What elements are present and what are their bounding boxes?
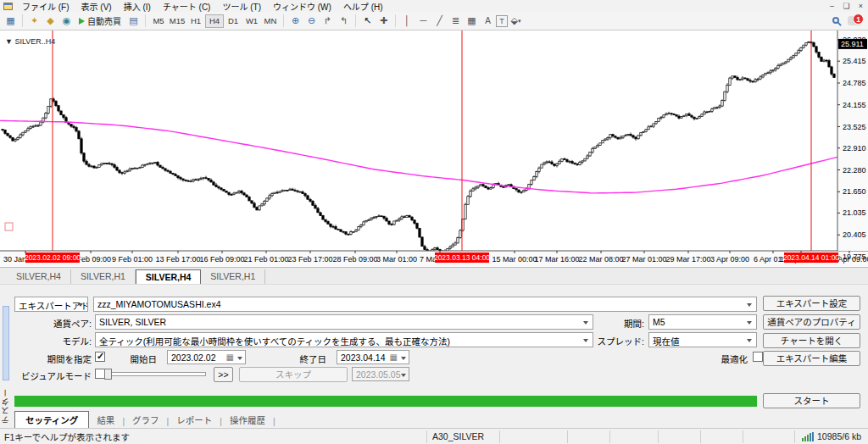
time-axis-label: 9 Feb 01:00: [112, 255, 153, 264]
trendline-button[interactable]: ╱: [431, 14, 448, 29]
timeframe-d1-button[interactable]: D1: [224, 14, 242, 28]
price-axis-label: 21.035: [843, 208, 866, 217]
time-axis-label: 3 Mar 01:00: [376, 255, 417, 264]
new-order-button[interactable]: ▤: [125, 14, 142, 29]
tab-journal[interactable]: 操作履歴: [222, 412, 273, 428]
model-combo[interactable]: 全ティック(利用可能な最小時間枠を使いすべてのティックを生成する、最も正確な方法…: [95, 332, 593, 347]
horizontal-line-button[interactable]: ─: [415, 14, 431, 29]
optimization-checkbox[interactable]: [753, 352, 763, 362]
tab-report[interactable]: レポート: [169, 412, 220, 428]
zoom-out-icon: ⊖: [308, 16, 315, 25]
menu-file[interactable]: ファイル (F): [16, 0, 75, 13]
fibonacci-button[interactable]: ≣: [448, 14, 464, 29]
app-icon: [3, 3, 13, 10]
chart-shift-button[interactable]: ↰: [336, 14, 352, 29]
expert-file-value: zzz_MIYAMOTOMUSASHI.ex4: [97, 299, 220, 309]
chart-symbol-label: ▼ SILVER..H4: [5, 37, 55, 46]
use-date-checkbox[interactable]: [95, 352, 105, 362]
expert-settings-button[interactable]: エキスパート設定: [763, 296, 860, 311]
expert-advisor-selector[interactable]: エキスパートアドバイザ: [14, 297, 88, 312]
fibonacci-icon: ≣: [452, 16, 459, 25]
menu-chart[interactable]: チャート (C): [157, 0, 217, 13]
vertical-line-button[interactable]: │: [399, 14, 415, 29]
autotrading-label: 自動売買: [87, 14, 121, 27]
skip-to-date-value: 2023.05.05: [356, 369, 401, 380]
timeframe-m15-button[interactable]: M15: [168, 14, 186, 28]
fast-forward-button[interactable]: >>: [214, 367, 233, 382]
timeframe-h4-button[interactable]: H4: [205, 14, 224, 28]
market-watch-button[interactable]: ◆: [42, 14, 58, 29]
symbol-value: SILVER, SILVER: [99, 317, 166, 327]
time-axis-label: 15 Mar 00:00: [492, 255, 537, 264]
menu-view[interactable]: 表示 (V): [75, 0, 118, 13]
search-button[interactable]: [832, 16, 839, 25]
period-combo[interactable]: M5: [648, 314, 757, 330]
notification-badge[interactable]: 1: [853, 14, 864, 25]
bid-price-label: 25.911: [841, 40, 864, 48]
chart-tab-silver-h1-1[interactable]: SILVER,H1: [71, 269, 136, 284]
tester-tabs: セッティング 結果 | グラフ | レポート | 操作履歴 |: [14, 413, 275, 428]
spread-value: 現在値: [653, 336, 680, 347]
chart-area[interactable]: ▼ SILVER..H430 Jan 20:006 Feb 09:009 Feb…: [0, 31, 868, 267]
symbol-combo[interactable]: SILVER, SILVER: [95, 314, 593, 330]
visual-speed-slider-thumb[interactable]: [104, 369, 112, 380]
time-axis-label: 22 Mar 08:00: [578, 255, 623, 264]
menu-insert[interactable]: 挿入 (I): [118, 0, 157, 13]
shapes-dropdown-button[interactable]: ⬙▾: [508, 14, 524, 29]
autotrading-button[interactable]: 自動売買: [75, 14, 125, 29]
price-axis-label: 21.650: [843, 187, 866, 196]
auto-scroll-icon: ↱: [324, 16, 331, 25]
terminal-button[interactable]: ◉: [58, 14, 75, 29]
new-chart-icon: ▦: [6, 16, 14, 25]
symbol-properties-button[interactable]: 通貨ペアのプロパティ: [763, 314, 860, 330]
shapes-icon: ⬙: [511, 16, 518, 25]
timeframe-m5-button[interactable]: M5: [149, 14, 168, 28]
restore-button[interactable]: ❏: [839, 1, 854, 12]
profiles-button[interactable]: ✦: [26, 14, 42, 29]
zoom-out-button[interactable]: ⊖: [303, 14, 320, 29]
time-axis-label: 21 Feb 01:00: [243, 255, 288, 264]
text-tool-button[interactable]: A: [480, 14, 496, 29]
chart-tab-silver-h4-2[interactable]: SILVER,H4: [136, 269, 201, 284]
price-axis: 26.03025.41524.78524.15523.52522.91022.2…: [837, 31, 868, 261]
profiles-icon: ✦: [31, 16, 38, 25]
close-button[interactable]: ×: [854, 1, 868, 12]
connection-traffic: 10985/6 kb: [817, 431, 861, 441]
menu-tools[interactable]: ツール (T): [216, 0, 267, 13]
cursor-button[interactable]: ↖: [359, 14, 376, 29]
open-chart-button[interactable]: チャートを開く: [763, 333, 860, 348]
chart-tab-silver-h4-1[interactable]: SILVER,H4: [7, 269, 71, 284]
time-axis-label: 17 Mar 16:00: [534, 255, 579, 264]
to-date-picker[interactable]: 2023.04.14▦: [337, 350, 409, 364]
menubar: ファイル (F) 表示 (V) 挿入 (I) チャート (C) ツール (T) …: [0, 0, 868, 12]
menu-window[interactable]: ウィンドウ (W): [267, 0, 337, 13]
spread-combo[interactable]: 現在値: [648, 332, 757, 347]
auto-scroll-button[interactable]: ↱: [320, 14, 336, 29]
menu-help[interactable]: ヘルプ (H): [337, 0, 389, 13]
vertical-line-icon: │: [404, 16, 410, 25]
chart-tab-silver-h1-2[interactable]: SILVER,H1: [201, 269, 265, 284]
minimize-button[interactable]: –: [825, 1, 839, 12]
tab-graph[interactable]: グラフ: [125, 412, 167, 428]
cursor-icon: ↖: [364, 16, 371, 25]
tab-results[interactable]: 結果: [89, 412, 122, 428]
timeframe-w1-button[interactable]: W1: [242, 14, 261, 28]
crosshair-button[interactable]: ✚: [376, 14, 392, 29]
zoom-in-button[interactable]: ⊕: [287, 14, 303, 29]
expert-file-combo[interactable]: zzz_MIYAMOTOMUSASHI.ex4: [93, 297, 757, 312]
statusbar-help-text: F1キーでヘルプが表示されます: [0, 430, 426, 443]
new-chart-button[interactable]: ▦: [3, 14, 19, 29]
price-axis-label: 24.785: [843, 79, 866, 87]
start-button[interactable]: スタート: [763, 393, 860, 408]
price-chart[interactable]: ▼ SILVER..H430 Jan 20:006 Feb 09:009 Feb…: [0, 31, 868, 267]
timeframe-mn-button[interactable]: MN: [261, 14, 280, 28]
visual-speed-slider[interactable]: [104, 372, 206, 376]
zoom-in-icon: ⊕: [292, 16, 299, 25]
timeframe-h1-button[interactable]: H1: [186, 14, 205, 28]
label-tool-button[interactable]: T: [496, 15, 508, 27]
from-date-picker[interactable]: 2023.02.02▦: [167, 350, 246, 364]
tab-settings[interactable]: セッティング: [14, 411, 89, 428]
skip-button[interactable]: スキップ: [239, 367, 348, 382]
modify-expert-button[interactable]: エキスパート編集: [763, 351, 860, 366]
periods-button[interactable]: ▦: [464, 14, 480, 29]
